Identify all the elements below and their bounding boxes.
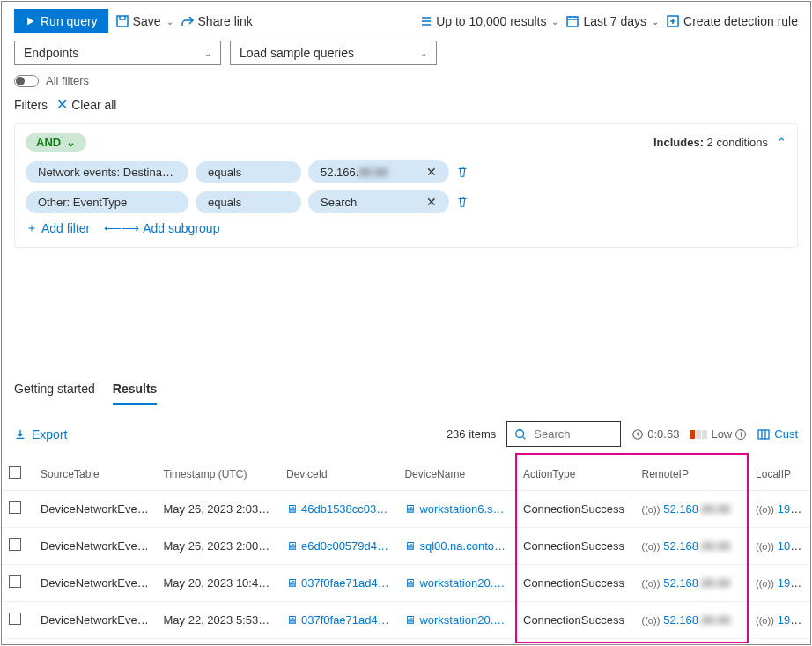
cell-deviceid[interactable]: 🖥e6d0c00579d4f51ee1...: [279, 528, 397, 565]
device-icon: 🖥: [286, 613, 298, 627]
schema-dropdown[interactable]: Endpoints ⌄: [14, 41, 221, 65]
row-checkbox[interactable]: [9, 538, 21, 551]
network-icon: ((o)): [756, 504, 774, 515]
device-icon: 🖥: [404, 613, 416, 627]
cell-localip[interactable]: ((o))192.168: [749, 602, 810, 639]
delete-condition-icon[interactable]: [456, 166, 469, 178]
cell-localip[interactable]: ((o))10.1.5.1: [749, 528, 810, 565]
cell-timestamp: May 23, 2023 5:13:53 PM: [157, 639, 279, 646]
cell-deviceid[interactable]: 🖥037f0fae71ad4661e3...: [279, 639, 397, 646]
cell-devicename[interactable]: 🖥sql00.na.contosohote...: [397, 528, 516, 565]
all-filters-toggle[interactable]: [14, 75, 39, 87]
remove-value-icon[interactable]: ✕: [426, 195, 437, 209]
cell-remoteip[interactable]: ((o))52.168.00.00: [635, 528, 749, 565]
time-range-label: Last 7 days: [583, 14, 646, 28]
cell-actiontype: ConnectionSuccess: [516, 565, 635, 602]
cell-deviceid[interactable]: 🖥037f0fae71ad4661e3...: [279, 565, 397, 602]
results-search[interactable]: [506, 421, 621, 447]
row-checkbox[interactable]: [9, 613, 21, 625]
network-icon: ((o)): [642, 541, 661, 552]
chevron-down-icon: ⌄: [652, 17, 659, 26]
device-icon: 🖥: [404, 502, 416, 516]
table-row[interactable]: DeviceNetworkEventsMay 20, 2023 10:43:45…: [2, 565, 810, 602]
device-icon: 🖥: [286, 576, 298, 590]
table-row[interactable]: DeviceNetworkEventsMay 26, 2023 2:03:52 …: [2, 491, 810, 528]
condition-operator[interactable]: equals: [196, 191, 301, 213]
time-range-dropdown[interactable]: Last 7 days ⌄: [565, 14, 659, 28]
list-icon: [418, 14, 432, 28]
run-query-label: Run query: [41, 14, 98, 28]
network-icon: ((o)): [642, 578, 661, 589]
row-checkbox[interactable]: [9, 575, 21, 588]
results-limit-dropdown[interactable]: Up to 10,000 results ⌄: [418, 14, 558, 28]
filter-group-panel: AND ⌄ Includes: 2 conditions ⌃ Network e…: [14, 123, 798, 248]
plus-icon: ＋: [26, 220, 38, 236]
condition-row: Network events: DestinationIPA... equals…: [26, 160, 786, 183]
col-deviceid[interactable]: DeviceId: [279, 457, 397, 491]
cell-localip[interactable]: ((o))192.168: [749, 491, 810, 528]
col-remoteip[interactable]: RemoteIP: [635, 457, 749, 491]
create-rule-label: Create detection rule: [683, 14, 798, 28]
condition-field[interactable]: Network events: DestinationIPA...: [26, 161, 188, 183]
collapse-group-button[interactable]: ⌃: [777, 136, 786, 149]
export-button[interactable]: Export: [14, 427, 67, 442]
operator-pill[interactable]: AND ⌄: [26, 133, 86, 152]
cell-localip[interactable]: ((o))192.168: [749, 639, 810, 646]
subgroup-icon: ⟵⟶: [104, 221, 139, 235]
samples-value: Load sample queries: [240, 46, 354, 60]
col-localip[interactable]: LocalIP: [749, 457, 810, 491]
search-input[interactable]: [532, 427, 602, 442]
cell-localip[interactable]: ((o))192.168: [749, 565, 810, 602]
device-icon: 🖥: [286, 539, 298, 553]
col-sourcetable[interactable]: SourceTable: [33, 457, 157, 491]
col-actiontype[interactable]: ActionType: [516, 457, 635, 491]
condition-value[interactable]: Search ✕: [308, 190, 449, 213]
cell-devicename[interactable]: 🖥workstation20.seccxp...: [397, 602, 516, 639]
condition-field[interactable]: Other: EventType: [26, 191, 188, 213]
includes-summary: Includes: 2 conditions: [653, 136, 768, 149]
customize-columns-button[interactable]: Cust: [757, 427, 798, 442]
sample-queries-dropdown[interactable]: Load sample queries ⌄: [230, 41, 437, 65]
add-subgroup-button[interactable]: ⟵⟶Add subgroup: [104, 220, 219, 236]
create-detection-rule-button[interactable]: Create detection rule: [666, 14, 798, 28]
clear-all-button[interactable]: ✕ Clear all: [56, 96, 116, 113]
remove-value-icon[interactable]: ✕: [426, 165, 437, 179]
usage-bars-icon: [690, 430, 707, 439]
row-checkbox[interactable]: [9, 501, 21, 514]
save-label: Save: [133, 14, 161, 28]
cell-remoteip[interactable]: ((o))52.168.00.00: [635, 602, 749, 639]
table-row[interactable]: DeviceNetworkEventsMay 26, 2023 2:00:41 …: [2, 528, 810, 565]
cell-devicename[interactable]: 🖥workstation20.seccxp...: [397, 565, 516, 602]
tab-getting-started[interactable]: Getting started: [14, 375, 95, 405]
cell-sourcetable: DeviceNetworkEvents: [33, 491, 157, 528]
save-button[interactable]: Save ⌄: [115, 14, 173, 28]
results-table: SourceTable Timestamp (UTC) DeviceId Dev…: [2, 457, 810, 645]
col-devicename[interactable]: DeviceName: [397, 457, 516, 491]
network-icon: ((o)): [756, 578, 774, 589]
add-filter-button[interactable]: ＋Add filter: [26, 220, 90, 236]
condition-operator[interactable]: equals: [196, 161, 301, 183]
select-all-checkbox[interactable]: [9, 466, 21, 479]
run-query-button[interactable]: Run query: [14, 9, 108, 33]
search-icon: [514, 428, 527, 441]
cell-deviceid[interactable]: 🖥037f0fae71ad4661e3...: [279, 602, 397, 639]
condition-value[interactable]: 52.166.00.00 ✕: [308, 160, 449, 183]
cell-remoteip[interactable]: ((o))52.168.00.00: [635, 565, 749, 602]
cell-devicename[interactable]: 🖥workstation6.seccxp...: [397, 491, 516, 528]
cell-devicename[interactable]: 🖥workstation20.seccxp...: [397, 639, 516, 646]
clear-all-label: Clear all: [71, 98, 116, 112]
share-icon: [181, 14, 195, 28]
col-timestamp[interactable]: Timestamp (UTC): [157, 457, 279, 491]
share-link-button[interactable]: Share link: [181, 14, 253, 28]
save-icon: [115, 14, 129, 28]
cell-sourcetable: DeviceNetworkEvents: [33, 565, 157, 602]
table-row[interactable]: DeviceNetworkEventsMay 22, 2023 5:53:49 …: [2, 602, 810, 639]
cell-remoteip[interactable]: ((o))52.168.00.00: [635, 491, 749, 528]
info-icon[interactable]: i: [735, 429, 746, 440]
cell-sourcetable: DeviceNetworkEvents: [33, 602, 157, 639]
delete-condition-icon[interactable]: [456, 196, 469, 208]
tab-results[interactable]: Results: [113, 375, 158, 405]
cell-deviceid[interactable]: 🖥46db1538cc03d01ed...: [279, 491, 397, 528]
table-row[interactable]: DeviceNetworkEventsMay 23, 2023 5:13:53 …: [2, 639, 810, 646]
cell-remoteip[interactable]: ((o))52.168.00.00: [635, 639, 749, 646]
